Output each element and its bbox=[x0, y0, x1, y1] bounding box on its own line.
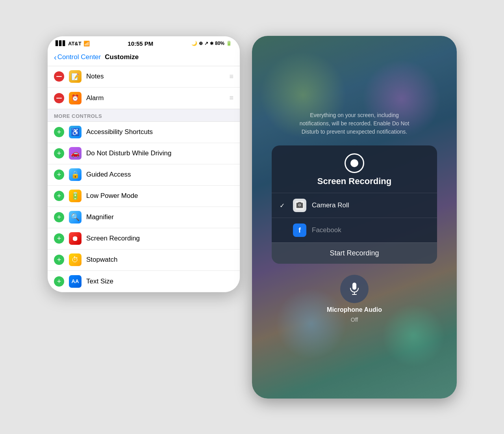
add-dnd-driving-button[interactable] bbox=[54, 148, 64, 158]
screen-recording-icon: ⏺ bbox=[69, 232, 82, 245]
stopwatch-icon: ⏱ bbox=[69, 253, 82, 266]
checkmark-icon: ✓ bbox=[280, 202, 287, 209]
drag-handle[interactable]: ≡ bbox=[229, 94, 233, 102]
start-recording-label: Start Recording bbox=[330, 249, 379, 257]
magnifier-label: Magnifier bbox=[86, 213, 233, 221]
more-controls-list: ♿ Accessibility Shortcuts 🚗 Do Not Distu… bbox=[48, 122, 240, 292]
popup-header: Screen Recording bbox=[272, 145, 437, 193]
included-list: 📝 Notes ≡ ⏰ Alarm ≡ bbox=[48, 66, 240, 109]
alarm-label: Alarm bbox=[86, 94, 229, 102]
svg-point-2 bbox=[299, 204, 301, 206]
drag-handle[interactable]: ≡ bbox=[229, 73, 233, 81]
list-item[interactable]: ♿ Accessibility Shortcuts bbox=[48, 122, 240, 143]
accessibility-label: Accessibility Shortcuts bbox=[86, 128, 233, 136]
start-recording-button[interactable]: Start Recording bbox=[272, 242, 437, 264]
add-magnifier-button[interactable] bbox=[54, 212, 64, 222]
status-time: 10:55 PM bbox=[90, 40, 191, 47]
status-right: 🌙 ⊕ ↗ ✱ 80% 🔋 bbox=[191, 41, 232, 46]
text-size-label: Text Size bbox=[86, 278, 233, 285]
status-bar: ▋▋▋ AT&T 📶 10:55 PM 🌙 ⊕ ↗ ✱ 80% 🔋 bbox=[48, 36, 240, 49]
camera-roll-label: Camera Roll bbox=[312, 201, 429, 209]
list-item[interactable]: 🚗 Do Not Disturb While Driving bbox=[48, 143, 240, 164]
dnd-driving-label: Do Not Disturb While Driving bbox=[86, 149, 233, 157]
chevron-left-icon: ‹ bbox=[54, 53, 57, 62]
carrier-label: AT&T bbox=[68, 41, 82, 47]
microphone-icon bbox=[348, 282, 360, 296]
screen-recording-popup: Screen Recording ✓ Camera Roll bbox=[272, 145, 437, 264]
notes-label: Notes bbox=[86, 73, 229, 80]
add-screen-recording-button[interactable] bbox=[54, 233, 64, 244]
magnifier-icon: 🔍 bbox=[69, 211, 82, 224]
svg-rect-3 bbox=[352, 283, 356, 290]
list-item[interactable]: 🔋 Low Power Mode bbox=[48, 186, 240, 207]
moon-icon: 🌙 bbox=[191, 41, 197, 46]
facebook-f-icon: f bbox=[298, 226, 301, 235]
camera-roll-option[interactable]: ✓ Camera Roll bbox=[272, 193, 437, 218]
guided-access-label: Guided Access bbox=[86, 171, 233, 179]
add-accessibility-button[interactable] bbox=[54, 127, 64, 137]
remove-notes-button[interactable] bbox=[54, 71, 64, 82]
text-size-icon: AA bbox=[69, 275, 82, 288]
battery-icon: 🔋 bbox=[226, 41, 232, 46]
page-title: Customize bbox=[105, 53, 139, 61]
bluetooth-icon: ✱ bbox=[210, 41, 213, 46]
add-text-size-button[interactable] bbox=[54, 276, 64, 287]
status-left: ▋▋▋ AT&T 📶 bbox=[56, 41, 90, 47]
remove-alarm-button[interactable] bbox=[54, 93, 64, 103]
low-power-icon: 🔋 bbox=[69, 190, 82, 202]
stopwatch-label: Stopwatch bbox=[86, 256, 233, 264]
iphone-settings-panel: ▋▋▋ AT&T 📶 10:55 PM 🌙 ⊕ ↗ ✱ 80% 🔋 ‹ Cont… bbox=[47, 36, 240, 292]
microphone-button[interactable] bbox=[340, 275, 369, 303]
notes-icon: 📝 bbox=[69, 70, 82, 83]
microphone-label: Microphone Audio bbox=[327, 306, 382, 313]
list-item[interactable]: 📝 Notes ≡ bbox=[48, 66, 240, 88]
add-low-power-button[interactable] bbox=[54, 191, 64, 201]
microphone-section[interactable]: Microphone Audio Off bbox=[327, 275, 382, 323]
wifi-icon: 📶 bbox=[83, 41, 90, 47]
facebook-icon-wrap: f bbox=[293, 224, 306, 237]
list-item[interactable]: 🔒 Guided Access bbox=[48, 164, 240, 186]
signal-icon: ▋▋▋ bbox=[56, 41, 66, 46]
back-button[interactable]: ‹ Control Center bbox=[54, 53, 101, 62]
guided-access-icon: 🔒 bbox=[69, 168, 82, 181]
battery-label: 80% bbox=[215, 41, 224, 46]
add-guided-access-button[interactable] bbox=[54, 170, 64, 180]
facebook-label: Facebook bbox=[312, 226, 429, 234]
microphone-status: Off bbox=[351, 317, 358, 323]
description-text: Everything on your screen, including not… bbox=[299, 111, 410, 136]
right-content: Everything on your screen, including not… bbox=[252, 36, 457, 399]
back-label: Control Center bbox=[57, 53, 101, 61]
record-dot bbox=[350, 159, 358, 167]
alarm-icon: ⏰ bbox=[69, 92, 82, 104]
list-item[interactable]: 🔍 Magnifier bbox=[48, 207, 240, 228]
record-icon bbox=[345, 153, 364, 173]
facebook-option[interactable]: ✓ f Facebook bbox=[272, 218, 437, 242]
more-controls-header: MORE CONTROLS bbox=[48, 109, 240, 122]
camera-icon bbox=[295, 201, 304, 210]
low-power-label: Low Power Mode bbox=[86, 192, 233, 200]
location-icon: ⊕ bbox=[199, 41, 203, 46]
list-item[interactable]: ⏺ Screen Recording bbox=[48, 228, 240, 250]
add-stopwatch-button[interactable] bbox=[54, 255, 64, 265]
iphone-right-panel: Everything on your screen, including not… bbox=[252, 36, 457, 399]
list-item[interactable]: ⏱ Stopwatch bbox=[48, 250, 240, 271]
camera-roll-icon-wrap bbox=[293, 199, 306, 212]
arrow-icon: ↗ bbox=[204, 41, 208, 46]
nav-bar: ‹ Control Center Customize bbox=[48, 49, 240, 66]
list-item[interactable]: ⏰ Alarm ≡ bbox=[48, 88, 240, 109]
accessibility-icon: ♿ bbox=[69, 126, 82, 138]
screen-recording-label: Screen Recording bbox=[86, 235, 233, 242]
list-item[interactable]: AA Text Size bbox=[48, 271, 240, 292]
dnd-driving-icon: 🚗 bbox=[69, 147, 82, 160]
screen-recording-title: Screen Recording bbox=[317, 176, 391, 186]
